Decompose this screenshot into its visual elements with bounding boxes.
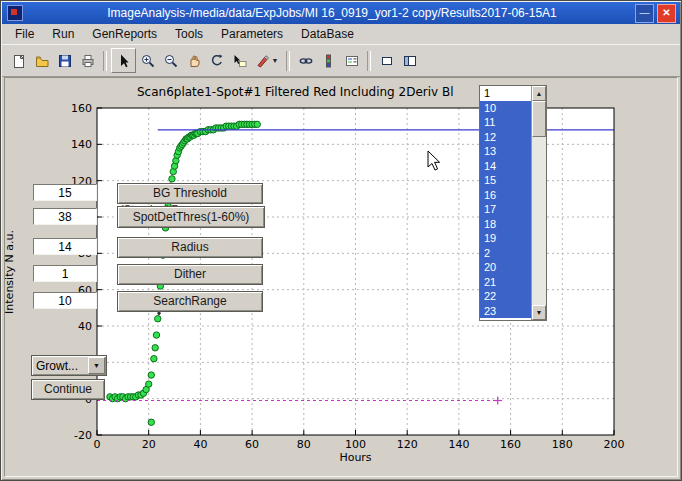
spot-item[interactable]: 21 — [480, 275, 531, 290]
spot-item[interactable]: 19 — [480, 231, 531, 246]
continue-button[interactable]: Continue — [31, 379, 105, 400]
rotate-3d-icon[interactable] — [205, 49, 228, 72]
spot-item[interactable]: 14 — [480, 159, 531, 174]
radius-input[interactable] — [33, 238, 97, 255]
bg-threshold-input[interactable] — [33, 184, 97, 201]
spot-item[interactable]: 18 — [480, 217, 531, 232]
zoom-out-icon[interactable] — [159, 49, 182, 72]
minimize-button[interactable]: — — [635, 4, 654, 23]
toolbar-separator — [286, 51, 290, 71]
toolbar-separator — [103, 51, 107, 71]
window-title: ImageAnalysis-/media/data/ExpJobs/MI 16_… — [29, 6, 635, 20]
menu-file[interactable]: File — [6, 25, 43, 43]
brush-data-icon[interactable]: ▼ — [251, 49, 282, 72]
spot-item[interactable]: 10 — [480, 101, 531, 116]
menu-bar: File Run GenReports Tools Parameters Dat… — [2, 24, 680, 44]
dither-input[interactable] — [33, 265, 97, 282]
window-icon — [7, 5, 23, 21]
scroll-up-icon[interactable]: ▲ — [532, 86, 546, 101]
spot-item[interactable]: 16 — [480, 188, 531, 203]
menu-run[interactable]: Run — [43, 25, 83, 43]
spot-item-current[interactable]: 1 — [480, 86, 531, 101]
scrollbar-thumb[interactable] — [532, 101, 546, 137]
new-figure-icon[interactable] — [7, 49, 30, 72]
menu-genreports[interactable]: GenReports — [83, 25, 166, 43]
edit-plot-icon[interactable] — [111, 48, 136, 73]
save-figure-icon[interactable] — [53, 49, 76, 72]
spot-item[interactable]: 22 — [480, 289, 531, 304]
scrollbar-track[interactable] — [532, 101, 546, 305]
spot-item[interactable]: 11 — [480, 115, 531, 130]
scroll-down-icon[interactable]: ▼ — [532, 305, 546, 320]
insert-colorbar-icon[interactable] — [317, 49, 340, 72]
spot-item[interactable]: 15 — [480, 173, 531, 188]
spot-det-thres-button[interactable]: SpotDetThres(1-60%) — [117, 206, 265, 228]
menu-parameters[interactable]: Parameters — [212, 25, 292, 43]
spot-det-thres-input[interactable] — [33, 208, 97, 225]
spot-item[interactable]: 23 — [480, 304, 531, 319]
spot-item[interactable]: 17 — [480, 202, 531, 217]
hide-plot-tools-icon[interactable] — [375, 49, 398, 72]
search-range-input[interactable] — [33, 292, 97, 309]
zoom-in-icon[interactable] — [136, 49, 159, 72]
toolbar-separator — [367, 51, 371, 71]
show-plot-tools-icon[interactable] — [398, 49, 421, 72]
insert-legend-icon[interactable] — [340, 49, 363, 72]
figure-canvas-panel — [4, 77, 678, 477]
link-plot-icon[interactable] — [294, 49, 317, 72]
open-file-icon[interactable] — [30, 49, 53, 72]
dither-button[interactable]: Dither — [117, 264, 263, 285]
menu-tools[interactable]: Tools — [166, 25, 212, 43]
print-figure-icon[interactable] — [76, 49, 99, 72]
title-bar: ImageAnalysis-/media/data/ExpJobs/MI 16_… — [2, 2, 680, 24]
radius-button[interactable]: Radius — [117, 237, 263, 258]
figure-toolbar: ▼ — [2, 44, 680, 77]
growth-dropdown[interactable]: Growt... ▼ — [31, 355, 107, 376]
search-range-button[interactable]: SearchRange — [117, 291, 263, 312]
pan-hand-icon[interactable] — [182, 49, 205, 72]
growth-dropdown-label: Growt... — [32, 359, 88, 373]
dropdown-scrollbar[interactable]: ▲ ▼ — [531, 86, 546, 320]
spot-item[interactable]: 2 — [480, 246, 531, 261]
spot-item[interactable]: 13 — [480, 144, 531, 159]
close-button[interactable]: ✕ — [657, 4, 676, 23]
dropdown-arrow-icon[interactable]: ▼ — [88, 357, 105, 374]
spot-item[interactable]: 12 — [480, 130, 531, 145]
spot-number-dropdown-list: 1 10 11 12 13 14 15 16 17 18 19 2 20 21 … — [479, 85, 547, 321]
spot-item[interactable]: 20 — [480, 260, 531, 275]
menu-database[interactable]: DataBase — [292, 25, 363, 43]
brush-dropdown-caret[interactable]: ▼ — [272, 57, 279, 64]
spot-number-items: 1 10 11 12 13 14 15 16 17 18 19 2 20 21 … — [480, 86, 531, 320]
data-cursor-icon[interactable] — [228, 49, 251, 72]
bg-threshold-button[interactable]: BG Threshold — [117, 183, 263, 204]
